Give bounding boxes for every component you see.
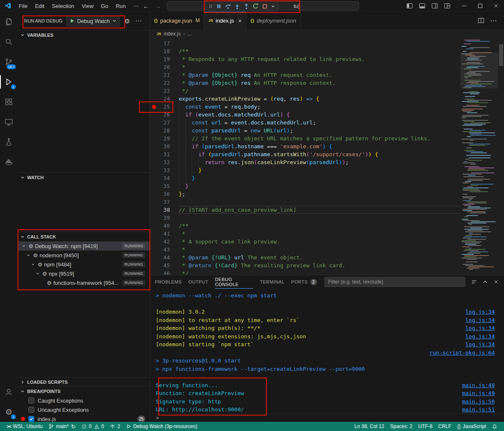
line-gutter[interactable]: 18 xyxy=(150,47,179,55)
close-tab-button[interactable]: × xyxy=(238,18,242,24)
line-gutter[interactable]: 29 xyxy=(150,134,179,142)
line-gutter[interactable]: 32 xyxy=(150,158,179,166)
console-source-link[interactable]: main.js:49 xyxy=(462,389,504,398)
menu-run[interactable]: Run xyxy=(112,3,129,9)
step-over-button[interactable] xyxy=(224,2,232,10)
code-editor[interactable]: 1718/**19 * Responds to any HTTP request… xyxy=(150,38,504,275)
console-source-link[interactable]: main.js:48 xyxy=(462,381,504,390)
line-gutter[interactable]: 31 xyxy=(150,150,179,158)
breadcrumb[interactable]: JS index.js › ... xyxy=(150,29,504,38)
editor-more-actions-icon[interactable]: ⋯ xyxy=(489,17,498,25)
console-source-link[interactable]: log.js:34 xyxy=(466,332,504,341)
activity-testing[interactable] xyxy=(0,132,18,152)
breakpoint-dot[interactable] xyxy=(152,105,156,109)
notifications-bell[interactable] xyxy=(489,422,500,431)
console-source-link[interactable]: run-script-pkg.js:64 xyxy=(429,349,504,357)
console-source-link[interactable]: log.js:34 xyxy=(466,308,504,316)
activity-docker[interactable] xyxy=(0,152,18,172)
console-source-link[interactable]: log.js:34 xyxy=(466,324,504,332)
activity-settings[interactable]: ⚙ 1 xyxy=(0,402,18,422)
section-header-breakpoints[interactable]: BREAKPOINTS xyxy=(18,387,149,396)
console-options-icon[interactable] xyxy=(471,279,477,285)
history-forward-icon[interactable]: → xyxy=(155,3,161,10)
chevron-down-icon[interactable] xyxy=(30,262,36,267)
ports-indicator[interactable]: 2 xyxy=(107,422,123,431)
line-gutter[interactable]: 30 xyxy=(150,142,179,150)
cursor-position[interactable]: Ln 38, Col 12 xyxy=(352,422,387,431)
toggle-panel-icon[interactable] xyxy=(419,3,425,9)
panel-tab-output[interactable]: OUTPUT xyxy=(188,275,208,289)
breakpoint-item[interactable]: Caught Exceptions xyxy=(18,396,149,405)
activity-run-and-debug[interactable]: 1 xyxy=(0,72,18,92)
chevron-down-icon[interactable] xyxy=(35,271,41,276)
views-more-actions-icon[interactable]: ⋯ xyxy=(134,17,143,25)
tab-deployment.json[interactable]: {}deployment.json xyxy=(246,12,301,29)
panel-tab-debug-console[interactable]: DEBUG CONSOLE xyxy=(215,275,253,289)
line-gutter[interactable]: 38 xyxy=(150,206,179,214)
console-source-link[interactable]: main.js:51 xyxy=(462,406,504,413)
line-gutter[interactable]: 35 xyxy=(150,182,179,190)
call-stack-item[interactable]: ⚙Debug Watch: npm [9419]RUNNING xyxy=(18,241,149,251)
line-gutter[interactable]: 23 xyxy=(150,87,179,95)
activity-search[interactable] xyxy=(0,32,18,52)
section-header-watch[interactable]: WATCH xyxy=(18,173,149,182)
menu-file[interactable]: File xyxy=(15,3,31,9)
stop-button[interactable] xyxy=(261,2,269,10)
line-gutter[interactable]: 44 xyxy=(150,254,179,261)
start-debugging-icon[interactable] xyxy=(70,18,75,23)
console-source-link[interactable]: log.js:34 xyxy=(466,316,504,325)
call-stack-item[interactable]: ⚙nodemon [9450]RUNNING xyxy=(18,251,149,260)
menu-edit[interactable]: Edit xyxy=(31,3,48,9)
line-gutter[interactable]: 40 xyxy=(150,222,179,230)
restart-button[interactable] xyxy=(251,2,260,10)
section-header-variables[interactable]: VARIABLES xyxy=(18,30,149,40)
language-indicator[interactable]: {} JavaScript xyxy=(455,422,489,431)
call-stack-item[interactable]: ⚙npm [9484]RUNNING xyxy=(18,260,149,269)
panel-tab-terminal[interactable]: TERMINAL xyxy=(260,275,284,289)
tab-index.js[interactable]: JSindex.js× xyxy=(204,12,246,29)
line-gutter[interactable]: 43 xyxy=(150,246,179,254)
breakpoint-checkbox[interactable] xyxy=(28,398,34,403)
branch-indicator[interactable]: main* ↻ xyxy=(46,422,78,431)
activity-extensions[interactable] xyxy=(0,92,18,112)
launch-config-select[interactable]: Debug Watch xyxy=(66,15,120,26)
breadcrumb-symbol[interactable]: ... xyxy=(187,31,192,37)
call-stack-item[interactable]: ⚙functions-framework [954...RUNNING xyxy=(18,278,149,287)
line-gutter[interactable]: 17 xyxy=(150,39,179,47)
line-gutter[interactable]: 26 xyxy=(150,111,179,119)
close-panel-icon[interactable] xyxy=(493,279,499,285)
line-gutter[interactable]: 39 xyxy=(150,214,179,222)
line-gutter[interactable]: 42 xyxy=(150,238,179,246)
line-gutter[interactable]: 46 xyxy=(150,269,179,275)
maximize-panel-icon[interactable] xyxy=(482,279,488,285)
toggle-secondary-sidebar-icon[interactable] xyxy=(431,3,438,9)
activity-source-control[interactable]: 1K+ xyxy=(0,52,18,72)
remote-indicator[interactable]: >< WSL: Ubuntu xyxy=(4,422,45,431)
line-gutter[interactable]: 19 xyxy=(150,55,179,63)
minimap[interactable] xyxy=(461,38,498,275)
menu-go[interactable]: Go xyxy=(97,3,112,9)
encoding-indicator[interactable]: UTF-8 xyxy=(416,422,435,431)
chevron-down-icon[interactable] xyxy=(25,253,31,258)
activity-accounts[interactable] xyxy=(0,382,18,402)
line-gutter[interactable]: 20 xyxy=(150,63,179,71)
console-source-link[interactable]: log.js:34 xyxy=(466,340,504,349)
breakpoint-item[interactable]: index.js25 xyxy=(18,414,149,422)
scrollbar-thumb[interactable] xyxy=(499,44,503,66)
line-gutter[interactable]: 28 xyxy=(150,127,179,134)
toolbar-grip[interactable] xyxy=(208,2,214,10)
debug-status[interactable]: Debug Watch (3p-resources) xyxy=(124,422,200,431)
console-source-link[interactable]: main.js:50 xyxy=(462,398,504,406)
menu-selection[interactable]: Selection xyxy=(48,3,78,9)
line-gutter[interactable]: 41 xyxy=(150,230,179,238)
minimize-button[interactable] xyxy=(456,0,472,12)
close-window-button[interactable] xyxy=(488,0,504,12)
line-gutter[interactable]: 37 xyxy=(150,198,179,206)
line-gutter[interactable]: 22 xyxy=(150,79,179,87)
debug-toolbar-chevron-icon[interactable] xyxy=(270,3,276,10)
line-gutter[interactable]: 21 xyxy=(150,71,179,79)
activity-explorer[interactable] xyxy=(0,12,18,32)
problems-indicator[interactable]: 0 0 xyxy=(79,422,106,431)
breakpoint-item[interactable]: Uncaught Exceptions xyxy=(18,405,149,414)
tab-package.json[interactable]: {}package.jsonM xyxy=(150,12,204,29)
